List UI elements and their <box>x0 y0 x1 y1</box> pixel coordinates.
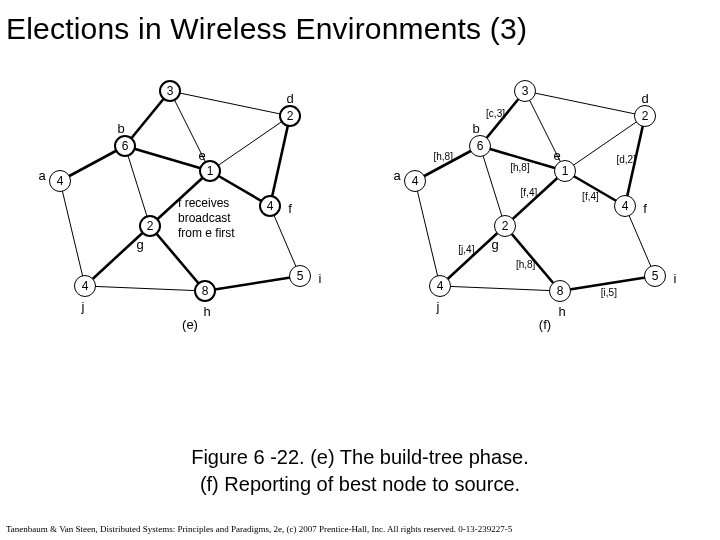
node-n1: 1 <box>554 160 576 182</box>
node-n4f: 4 <box>614 195 636 217</box>
edge-label: [c,3] <box>486 107 505 118</box>
node-n8: 8 <box>194 280 216 302</box>
node-label: h <box>558 304 565 319</box>
node-label: d <box>641 91 648 106</box>
svg-line-7 <box>125 146 150 226</box>
svg-line-6 <box>125 146 210 171</box>
node-n4a: 4 <box>49 170 71 192</box>
node-n2d: 2 <box>634 105 656 127</box>
node-label: g <box>491 237 498 252</box>
node-n3: 3 <box>159 80 181 102</box>
svg-line-4 <box>270 116 290 206</box>
svg-line-1 <box>170 91 290 116</box>
svg-line-26 <box>415 181 440 286</box>
copyright-footer: Tanenbaum & Van Steen, Distributed Syste… <box>6 524 512 534</box>
svg-line-11 <box>85 226 150 286</box>
svg-line-29 <box>440 286 560 291</box>
node-label: e <box>198 148 205 163</box>
node-label: j <box>437 299 440 314</box>
page-title: Elections in Wireless Environments (3) <box>0 0 720 46</box>
node-n3: 3 <box>514 80 536 102</box>
subfigure-label: (e) <box>182 317 198 332</box>
edge-label: [d,2] <box>616 154 635 165</box>
node-n1: 1 <box>199 160 221 182</box>
svg-line-3 <box>210 116 290 171</box>
svg-line-27 <box>440 226 505 286</box>
svg-line-13 <box>85 286 205 291</box>
caption-line-1: Figure 6 -22. (e) The build-tree phase. <box>0 444 720 471</box>
node-n4a: 4 <box>404 170 426 192</box>
caption-line-2: (f) Reporting of best node to source. <box>0 471 720 498</box>
edge-label: [h,8] <box>510 162 529 173</box>
node-label: i <box>319 271 322 286</box>
svg-line-17 <box>525 91 645 116</box>
diagram-area: 32d6b1e4a2g4f4j8h5i(e)f receivesbroadcas… <box>0 66 720 446</box>
edge-label: [h,8] <box>433 150 452 161</box>
node-n4j: 4 <box>74 275 96 297</box>
graph-f: [c,3][d,2][h,8][h,8][f,4][f,4][j,4][h,8]… <box>395 76 695 336</box>
edge-label: [h,8] <box>516 259 535 270</box>
node-n2g: 2 <box>494 215 516 237</box>
node-label: b <box>472 121 479 136</box>
node-n6: 6 <box>114 135 136 157</box>
figure-caption: Figure 6 -22. (e) The build-tree phase. … <box>0 444 720 498</box>
node-n8: 8 <box>549 280 571 302</box>
svg-line-14 <box>205 276 300 291</box>
node-n2d: 2 <box>279 105 301 127</box>
node-n4j: 4 <box>429 275 451 297</box>
node-label: e <box>553 148 560 163</box>
node-label: i <box>674 271 677 286</box>
node-label: a <box>38 168 45 183</box>
node-label: h <box>203 304 210 319</box>
subfigure-label: (f) <box>539 317 551 332</box>
node-label: b <box>117 121 124 136</box>
node-label: j <box>82 299 85 314</box>
node-label: a <box>393 168 400 183</box>
node-n4f: 4 <box>259 195 281 217</box>
edge-label: [i,5] <box>601 287 617 298</box>
annotation-text: f receivesbroadcastfrom e first <box>178 196 235 241</box>
node-n5: 5 <box>289 265 311 287</box>
svg-line-23 <box>480 146 505 226</box>
graph-e: 32d6b1e4a2g4f4j8h5i(e)f receivesbroadcas… <box>40 76 340 336</box>
node-n5: 5 <box>644 265 666 287</box>
node-label: g <box>136 237 143 252</box>
edge-label: [f,4] <box>521 186 538 197</box>
svg-line-25 <box>505 171 565 226</box>
edge-label: [j,4] <box>458 244 474 255</box>
node-n2g: 2 <box>139 215 161 237</box>
node-label: f <box>643 201 647 216</box>
svg-line-10 <box>60 181 85 286</box>
node-label: f <box>288 201 292 216</box>
node-n6: 6 <box>469 135 491 157</box>
node-label: d <box>286 91 293 106</box>
edge-label: [f,4] <box>582 191 599 202</box>
